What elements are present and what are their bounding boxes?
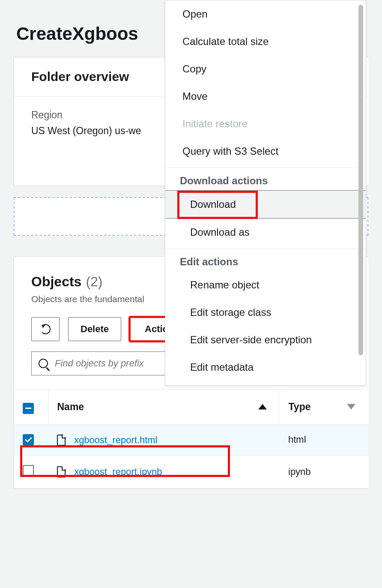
refresh-button[interactable] [31, 317, 60, 341]
actions-menu: Open Calculate total size Copy Move Init… [165, 0, 366, 386]
menu-item-open[interactable]: Open [165, 0, 366, 28]
column-type[interactable]: Type [280, 390, 368, 425]
table-row[interactable]: xgboost_report.ipynb ipynb [14, 455, 368, 488]
sort-neutral-icon [347, 404, 355, 410]
menu-item-move[interactable]: Move [165, 83, 366, 110]
file-icon [57, 435, 66, 446]
sort-asc-icon [258, 404, 267, 410]
delete-button[interactable]: Delete [68, 317, 121, 341]
menu-section-download: Download actions [165, 168, 366, 190]
object-name-link[interactable]: xgboost_report.html [74, 435, 157, 445]
menu-item-edit-sse[interactable]: Edit server-side encryption [165, 326, 366, 354]
search-icon [39, 359, 48, 368]
menu-item-download[interactable]: Download [165, 190, 366, 219]
region-label: Region [31, 109, 141, 121]
menu-item-download-as[interactable]: Download as [165, 219, 366, 246]
region-value: US West (Oregon) us-we [31, 125, 141, 137]
select-all-checkbox[interactable] [23, 403, 34, 414]
menu-item-initiate-restore: Initiate restore [165, 110, 366, 138]
row-checkbox[interactable] [23, 434, 34, 445]
row-checkbox[interactable] [23, 465, 34, 476]
column-name[interactable]: Name [48, 390, 280, 425]
objects-count: (2) [86, 274, 102, 290]
objects-table: Name Type xgboost_report.html html [14, 389, 368, 489]
menu-scrollbar[interactable] [358, 5, 363, 355]
menu-item-rename[interactable]: Rename object [165, 271, 366, 299]
table-row[interactable]: xgboost_report.html html [14, 424, 368, 455]
region-block: Region US West (Oregon) us-we [31, 109, 141, 164]
menu-item-calculate-size[interactable]: Calculate total size [165, 28, 366, 55]
object-type: html [280, 424, 368, 455]
object-name-link[interactable]: xgboost_report.ipynb [74, 466, 162, 477]
menu-item-copy[interactable]: Copy [165, 55, 366, 83]
refresh-icon [40, 324, 51, 334]
menu-item-query-s3-select[interactable]: Query with S3 Select [165, 138, 366, 165]
menu-item-edit-metadata[interactable]: Edit metadata [165, 354, 366, 381]
menu-item-edit-storage-class[interactable]: Edit storage class [165, 299, 366, 326]
file-icon [57, 466, 66, 477]
menu-section-edit: Edit actions [165, 249, 366, 271]
object-type: ipynb [280, 455, 368, 488]
